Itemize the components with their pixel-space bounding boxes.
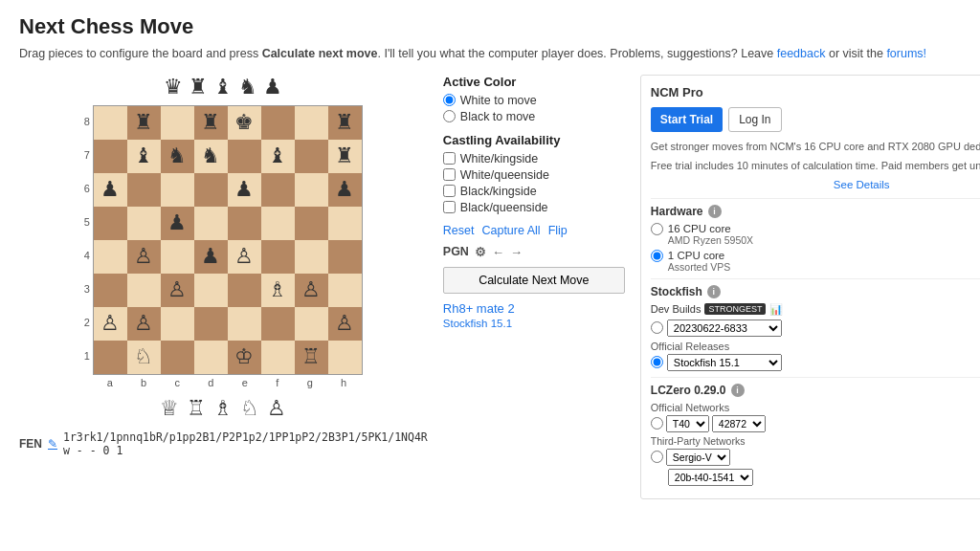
square-2f[interactable] (261, 307, 295, 341)
square-6f[interactable] (261, 173, 295, 207)
castling-wk-checkbox[interactable] (443, 152, 456, 165)
square-1b[interactable]: ♘ (127, 341, 161, 374)
square-3h[interactable] (328, 274, 362, 307)
square-1f[interactable] (261, 341, 295, 374)
square-2h[interactable]: ♙ (328, 307, 362, 341)
square-2a[interactable]: ♙ (94, 307, 127, 341)
start-trial-button[interactable]: Start Trial (651, 107, 723, 132)
lczero-network2-select[interactable]: 42872 (712, 415, 766, 432)
square-4h[interactable] (328, 240, 362, 274)
square-3c[interactable]: ♙ (161, 274, 194, 307)
tray-black-bishop[interactable]: ♝ (213, 75, 233, 99)
dev-build-select[interactable]: 20230622-6833 (667, 320, 782, 337)
square-4b[interactable]: ♙ (127, 240, 161, 274)
reset-link[interactable]: Reset (443, 224, 475, 237)
tray-black-pawn[interactable]: ♟ (263, 75, 282, 99)
pgn-settings-icon[interactable]: ⚙ (475, 245, 486, 259)
square-5a[interactable] (94, 207, 127, 240)
square-5f[interactable] (261, 207, 295, 240)
square-2c[interactable] (161, 307, 194, 341)
square-2e[interactable] (228, 307, 261, 341)
square-7e[interactable] (228, 140, 261, 173)
square-5h[interactable] (328, 207, 362, 240)
castling-bq-checkbox[interactable] (443, 201, 456, 213)
tray-white-bishop[interactable]: ♗ (213, 396, 233, 421)
tray-white-queen[interactable]: ♕ (160, 396, 179, 421)
fen-edit-icon[interactable]: ✎ (48, 437, 57, 451)
lczero-third-party-radio[interactable] (651, 451, 663, 463)
black-to-move-radio[interactable] (443, 110, 456, 122)
lczero-network1-select[interactable]: T40 (666, 415, 709, 432)
square-7g[interactable] (295, 140, 328, 173)
square-7b[interactable]: ♝ (127, 140, 161, 173)
square-5g[interactable] (295, 207, 328, 240)
square-3e[interactable] (228, 274, 261, 307)
square-5b[interactable] (127, 207, 161, 240)
square-2g[interactable] (295, 307, 328, 341)
square-4e[interactable]: ♙ (228, 240, 261, 274)
chess-board[interactable]: ♜♜♚♜♝♞♞♝♜♟♟♟♟♙♟♙♙♗♙♙♙♙♘♔♖ (93, 105, 363, 375)
square-8d[interactable]: ♜ (194, 106, 228, 140)
hw-radio-1cpu[interactable] (651, 250, 663, 262)
official-release-radio[interactable] (651, 356, 663, 368)
forums-link[interactable]: forums! (886, 47, 926, 60)
square-3b[interactable] (127, 274, 161, 307)
lczero-info-icon[interactable]: i (731, 384, 745, 397)
white-to-move-label[interactable]: White to move (443, 94, 625, 107)
see-details-link[interactable]: See Details (651, 179, 980, 190)
tray-white-pawn[interactable]: ♙ (267, 396, 286, 421)
hw-radio-16cpu[interactable] (651, 223, 663, 235)
square-4a[interactable] (94, 240, 127, 274)
square-1c[interactable] (161, 341, 194, 374)
lczero-official-radio[interactable] (651, 417, 663, 430)
square-3a[interactable] (94, 274, 127, 307)
square-6b[interactable] (127, 173, 161, 207)
square-8f[interactable] (261, 106, 295, 140)
calculate-button[interactable]: Calculate Next Move (443, 267, 625, 294)
square-7c[interactable]: ♞ (161, 140, 194, 173)
square-3d[interactable] (194, 274, 228, 307)
square-5d[interactable] (194, 207, 228, 240)
square-8g[interactable] (295, 106, 328, 140)
square-4c[interactable] (161, 240, 194, 274)
pgn-arrow-left-icon[interactable]: ← (492, 245, 504, 259)
square-8c[interactable] (161, 106, 194, 140)
square-6e[interactable]: ♟ (228, 173, 261, 207)
square-8b[interactable]: ♜ (127, 106, 161, 140)
flip-link[interactable]: Flip (548, 224, 568, 237)
dev-build-radio[interactable] (651, 321, 663, 334)
hardware-info-icon[interactable]: i (708, 205, 722, 218)
square-2b[interactable]: ♙ (127, 307, 161, 341)
square-6g[interactable] (295, 173, 328, 207)
castling-wq-checkbox[interactable] (443, 168, 456, 181)
feedback-link[interactable]: feedback (777, 47, 826, 60)
castling-bk-label[interactable]: Black/kingside (443, 185, 625, 198)
pgn-arrow-right-icon[interactable]: → (510, 245, 523, 259)
square-2d[interactable] (194, 307, 228, 341)
square-3g[interactable]: ♙ (295, 274, 328, 307)
white-to-move-radio[interactable] (443, 94, 456, 106)
castling-wk-label[interactable]: White/kingside (443, 152, 625, 165)
square-6h[interactable]: ♟ (328, 173, 362, 207)
login-button[interactable]: Log In (728, 107, 781, 132)
capture-all-link[interactable]: Capture All (481, 224, 540, 237)
square-4g[interactable] (295, 240, 328, 274)
square-3f[interactable]: ♗ (261, 274, 295, 307)
square-7h[interactable]: ♜ (328, 140, 362, 173)
square-1d[interactable] (194, 341, 228, 374)
square-6d[interactable] (194, 173, 228, 207)
lczero-third-party-select[interactable]: Sergio-V (666, 449, 730, 466)
square-1e[interactable]: ♔ (228, 341, 261, 374)
square-8h[interactable]: ♜ (328, 106, 362, 140)
castling-wq-label[interactable]: White/queenside (443, 168, 625, 182)
square-1g[interactable]: ♖ (295, 341, 328, 374)
square-1h[interactable] (328, 341, 362, 374)
tray-black-rook[interactable]: ♜ (189, 75, 208, 99)
square-7a[interactable] (94, 140, 127, 173)
square-4d[interactable]: ♟ (194, 240, 228, 274)
official-release-select[interactable]: Stockfish 15.1 (667, 354, 782, 371)
square-5e[interactable] (228, 207, 261, 240)
square-7f[interactable]: ♝ (261, 140, 295, 173)
piece-tray-bottom[interactable]: ♕ ♖ ♗ ♘ ♙ (160, 396, 286, 421)
square-7d[interactable]: ♞ (194, 140, 228, 173)
